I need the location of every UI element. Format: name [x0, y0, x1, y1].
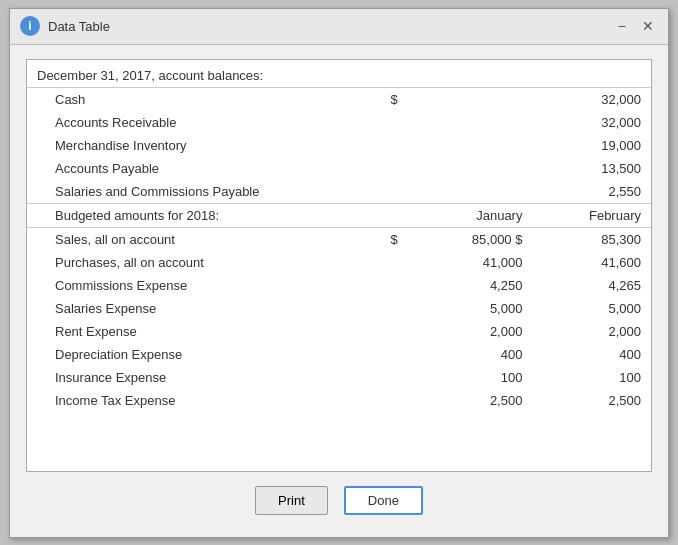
- row-dollar: [370, 251, 407, 274]
- row-amount: [408, 157, 533, 180]
- row-label: Sales, all on account: [27, 227, 370, 251]
- window-title: Data Table: [48, 19, 614, 34]
- row-label: Rent Expense: [27, 320, 370, 343]
- row-amount2: 2,550: [532, 180, 651, 204]
- row-amount: [408, 111, 533, 134]
- row-amount2: 32,000: [532, 87, 651, 111]
- row-label: Salaries Expense: [27, 297, 370, 320]
- row-dollar: [370, 366, 407, 389]
- row-label: Commissions Expense: [27, 274, 370, 297]
- window-controls: − ✕: [614, 16, 658, 36]
- row-amount2: 13,500: [532, 157, 651, 180]
- row-amount2: 32,000: [532, 111, 651, 134]
- table-row: Rent Expense 2,000 2,000: [27, 320, 651, 343]
- row-label: Accounts Payable: [27, 157, 370, 180]
- row-label: Cash: [27, 87, 370, 111]
- row-feb: 41,600: [532, 251, 651, 274]
- done-button[interactable]: Done: [344, 486, 423, 515]
- row-label: Purchases, all on account: [27, 251, 370, 274]
- print-button[interactable]: Print: [255, 486, 328, 515]
- title-bar: i Data Table − ✕: [10, 9, 668, 45]
- table-row: Accounts Receivable 32,000: [27, 111, 651, 134]
- row-dollar: [370, 180, 407, 204]
- row-label: Depreciation Expense: [27, 343, 370, 366]
- table-row: Cash $ 32,000: [27, 87, 651, 111]
- row-dollar: $: [370, 227, 407, 251]
- row-feb: 4,265: [532, 274, 651, 297]
- row-jan: 100: [408, 366, 533, 389]
- table-row: Accounts Payable 13,500: [27, 157, 651, 180]
- data-table-container: December 31, 2017, account balances: Cas…: [26, 59, 652, 472]
- row-jan: 5,000: [408, 297, 533, 320]
- data-table: December 31, 2017, account balances: Cas…: [27, 60, 651, 412]
- window-content: December 31, 2017, account balances: Cas…: [10, 45, 668, 537]
- table-row: Insurance Expense 100 100: [27, 366, 651, 389]
- row-dollar: [370, 274, 407, 297]
- row-jan: 400: [408, 343, 533, 366]
- table-row: Salaries Expense 5,000 5,000: [27, 297, 651, 320]
- table-row: Commissions Expense 4,250 4,265: [27, 274, 651, 297]
- row-label: Income Tax Expense: [27, 389, 370, 412]
- row-feb: 85,300: [532, 227, 651, 251]
- row-dollar: [370, 389, 407, 412]
- row-amount: [408, 87, 533, 111]
- row-label: Merchandise Inventory: [27, 134, 370, 157]
- info-icon: i: [20, 16, 40, 36]
- col-jan: January: [408, 203, 533, 227]
- row-amount2: 19,000: [532, 134, 651, 157]
- row-amount: [408, 180, 533, 204]
- row-label: Salaries and Commissions Payable: [27, 180, 370, 204]
- section2-header-row: Budgeted amounts for 2018: January Febru…: [27, 203, 651, 227]
- table-row: Depreciation Expense 400 400: [27, 343, 651, 366]
- table-row: Income Tax Expense 2,500 2,500: [27, 389, 651, 412]
- table-row: Merchandise Inventory 19,000: [27, 134, 651, 157]
- row-dollar: [370, 134, 407, 157]
- row-amount: [408, 134, 533, 157]
- row-jan: 85,000 $: [408, 227, 533, 251]
- row-feb: 2,000: [532, 320, 651, 343]
- close-button[interactable]: ✕: [638, 16, 658, 36]
- row-feb: 2,500: [532, 389, 651, 412]
- row-dollar: [370, 343, 407, 366]
- col-feb: February: [532, 203, 651, 227]
- row-dollar: [370, 320, 407, 343]
- col-spacer: [370, 203, 407, 227]
- row-jan: 2,000: [408, 320, 533, 343]
- row-label: Insurance Expense: [27, 366, 370, 389]
- table-row: Salaries and Commissions Payable 2,550: [27, 180, 651, 204]
- row-feb: 5,000: [532, 297, 651, 320]
- section2-header: Budgeted amounts for 2018:: [27, 203, 370, 227]
- row-jan: 2,500: [408, 389, 533, 412]
- row-jan: 41,000: [408, 251, 533, 274]
- section1-header: December 31, 2017, account balances:: [27, 60, 651, 88]
- table-row: Sales, all on account $ 85,000 $ 85,300: [27, 227, 651, 251]
- row-jan: 4,250: [408, 274, 533, 297]
- footer: Print Done: [26, 472, 652, 523]
- row-feb: 400: [532, 343, 651, 366]
- row-feb: 100: [532, 366, 651, 389]
- section1-header-row: December 31, 2017, account balances:: [27, 60, 651, 88]
- row-label: Accounts Receivable: [27, 111, 370, 134]
- row-dollar: [370, 111, 407, 134]
- minimize-button[interactable]: −: [614, 16, 630, 36]
- table-row: Purchases, all on account 41,000 41,600: [27, 251, 651, 274]
- main-window: i Data Table − ✕ December 31, 2017, acco…: [9, 8, 669, 538]
- row-dollar: [370, 157, 407, 180]
- row-dollar: $: [370, 87, 407, 111]
- row-dollar: [370, 297, 407, 320]
